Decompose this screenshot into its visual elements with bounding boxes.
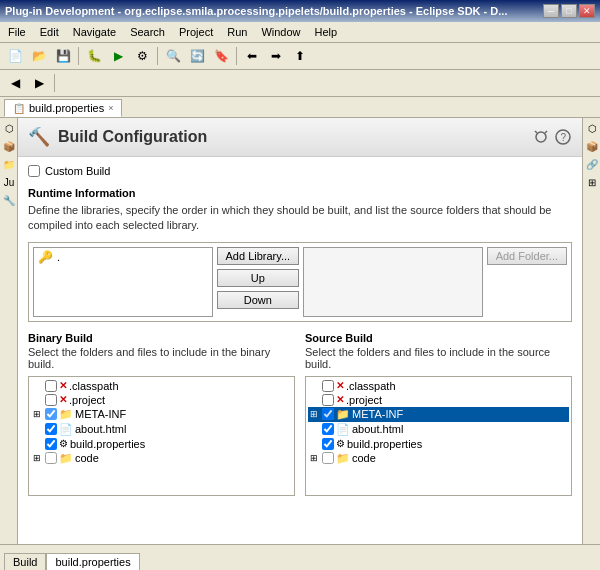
tb2-btn1[interactable]: ◀ <box>4 72 26 94</box>
file-icon-project: ✕ <box>59 394 67 405</box>
right-sidebar: ⬡ 📦 🔗 ⊞ <box>582 118 600 544</box>
source-tree-classpath[interactable]: ✕ .classpath <box>308 379 569 393</box>
debug-button[interactable]: 🐛 <box>83 45 105 67</box>
source-tree-build-props[interactable]: ⚙ build.properties <box>308 437 569 451</box>
source-tree-meta-inf[interactable]: ⊞ 📁 META-INF <box>308 407 569 422</box>
source-tree-about[interactable]: 📄 about.html <box>308 422 569 437</box>
expand-icon-build-props <box>33 439 43 449</box>
menu-navigate[interactable]: Navigate <box>67 24 122 40</box>
binary-build-tree[interactable]: ✕ .classpath ✕ .project <box>28 376 295 496</box>
next-button[interactable]: ➡ <box>265 45 287 67</box>
refresh-button[interactable]: 🔄 <box>186 45 208 67</box>
binary-tree-meta-inf[interactable]: ⊞ 📁 META-INF <box>31 407 292 422</box>
binary-tree-project[interactable]: ✕ .project <box>31 393 292 407</box>
src-expand-icon-build-props <box>310 439 320 449</box>
menu-window[interactable]: Window <box>255 24 306 40</box>
title-bar-buttons[interactable]: ─ □ ✕ <box>543 4 595 18</box>
sidebar-icon-1[interactable]: ⬡ <box>1 120 17 136</box>
editor-tab-label: build.properties <box>29 102 104 114</box>
source-tree-project[interactable]: ✕ .project <box>308 393 569 407</box>
add-folder-button[interactable]: Add Folder... <box>487 247 567 265</box>
library-list[interactable]: 🔑 . <box>33 247 213 317</box>
binary-tree-classpath[interactable]: ✕ .classpath <box>31 379 292 393</box>
source-list[interactable] <box>303 247 483 317</box>
source-build-tree[interactable]: ✕ .classpath ✕ .project <box>305 376 572 496</box>
close-button[interactable]: ✕ <box>579 4 595 18</box>
checkbox-classpath[interactable] <box>45 380 57 392</box>
binary-tree-build-props[interactable]: ⚙ build.properties <box>31 437 292 451</box>
toolbar-sep-1 <box>78 47 79 65</box>
binary-tree-code[interactable]: ⊞ 📁 code <box>31 451 292 466</box>
checkbox-code[interactable] <box>45 452 57 464</box>
svg-line-1 <box>535 131 537 133</box>
src-folder-icon-meta-inf: 📁 <box>336 408 350 421</box>
expand-icon-code[interactable]: ⊞ <box>33 453 43 463</box>
menu-run[interactable]: Run <box>221 24 253 40</box>
checkbox-build-props[interactable] <box>45 438 57 450</box>
title-text: Plug-in Development - org.eclipse.smila.… <box>5 5 507 17</box>
bookmark-button[interactable]: 🔖 <box>210 45 232 67</box>
library-item-dot[interactable]: 🔑 . <box>34 248 212 266</box>
right-icon-4[interactable]: ⊞ <box>584 174 600 190</box>
search-button[interactable]: 🔍 <box>162 45 184 67</box>
menu-edit[interactable]: Edit <box>34 24 65 40</box>
custom-build-checkbox[interactable] <box>28 165 40 177</box>
down-button[interactable]: Down <box>217 291 300 309</box>
main-layout: ⬡ 📦 📁 Ju 🔧 🔨 Build Configuration ? <box>0 118 600 544</box>
new-button[interactable]: 📄 <box>4 45 26 67</box>
runtime-section-desc: Define the libraries, specify the order … <box>28 203 572 234</box>
expand-icon-meta-inf[interactable]: ⊞ <box>33 409 43 419</box>
right-icon-1[interactable]: ⬡ <box>584 120 600 136</box>
src-label-classpath: .classpath <box>346 380 396 392</box>
editor-tab-build-properties[interactable]: 📋 build.properties × <box>4 99 122 117</box>
menu-project[interactable]: Project <box>173 24 219 40</box>
src-checkbox-meta-inf[interactable] <box>322 408 334 420</box>
src-checkbox-build-props[interactable] <box>322 438 334 450</box>
right-icon-3[interactable]: 🔗 <box>584 156 600 172</box>
tab-close-button[interactable]: × <box>108 103 113 113</box>
src-label-about: about.html <box>352 423 403 435</box>
tb2-btn2[interactable]: ▶ <box>28 72 50 94</box>
binary-tree-about[interactable]: 📄 about.html <box>31 422 292 437</box>
src-checkbox-about[interactable] <box>322 423 334 435</box>
wand-icon-btn[interactable] <box>532 128 550 146</box>
library-item-icon: 🔑 <box>38 250 53 264</box>
custom-build-label: Custom Build <box>45 165 110 177</box>
checkbox-about[interactable] <box>45 423 57 435</box>
help-icon-btn[interactable]: ? <box>554 128 572 146</box>
src-checkbox-code[interactable] <box>322 452 334 464</box>
bottom-tab-build-properties[interactable]: build.properties <box>46 553 139 570</box>
menu-help[interactable]: Help <box>309 24 344 40</box>
sidebar-icon-5[interactable]: 🔧 <box>1 192 17 208</box>
checkbox-project[interactable] <box>45 394 57 406</box>
source-tree-code[interactable]: ⊞ 📁 code <box>308 451 569 466</box>
run-button[interactable]: ▶ <box>107 45 129 67</box>
label-project: .project <box>69 394 105 406</box>
checkbox-meta-inf[interactable] <box>45 408 57 420</box>
up-nav-button[interactable]: ⬆ <box>289 45 311 67</box>
runtime-buttons: Add Library... Up Down <box>217 247 300 317</box>
menu-file[interactable]: File <box>2 24 32 40</box>
open-button[interactable]: 📂 <box>28 45 50 67</box>
save-button[interactable]: 💾 <box>52 45 74 67</box>
sidebar-icon-2[interactable]: 📦 <box>1 138 17 154</box>
sidebar-icon-3[interactable]: 📁 <box>1 156 17 172</box>
minimize-button[interactable]: ─ <box>543 4 559 18</box>
up-button[interactable]: Up <box>217 269 300 287</box>
src-expand-icon-code[interactable]: ⊞ <box>310 453 320 463</box>
bottom-tab-build[interactable]: Build <box>4 553 46 570</box>
src-expand-icon-about <box>310 424 320 434</box>
right-icon-2[interactable]: 📦 <box>584 138 600 154</box>
src-checkbox-project[interactable] <box>322 394 334 406</box>
maximize-button[interactable]: □ <box>561 4 577 18</box>
tab-properties-icon: 📋 <box>13 103 25 114</box>
run-last-button[interactable]: ⚙ <box>131 45 153 67</box>
prev-button[interactable]: ⬅ <box>241 45 263 67</box>
sidebar-icon-4[interactable]: Ju <box>1 174 17 190</box>
add-library-button[interactable]: Add Library... <box>217 247 300 265</box>
binary-build-desc: Select the folders and files to include … <box>28 346 295 370</box>
src-expand-icon-meta-inf[interactable]: ⊞ <box>310 409 320 419</box>
menu-search[interactable]: Search <box>124 24 171 40</box>
toolbar-2: ◀ ▶ <box>0 70 600 97</box>
src-checkbox-classpath[interactable] <box>322 380 334 392</box>
